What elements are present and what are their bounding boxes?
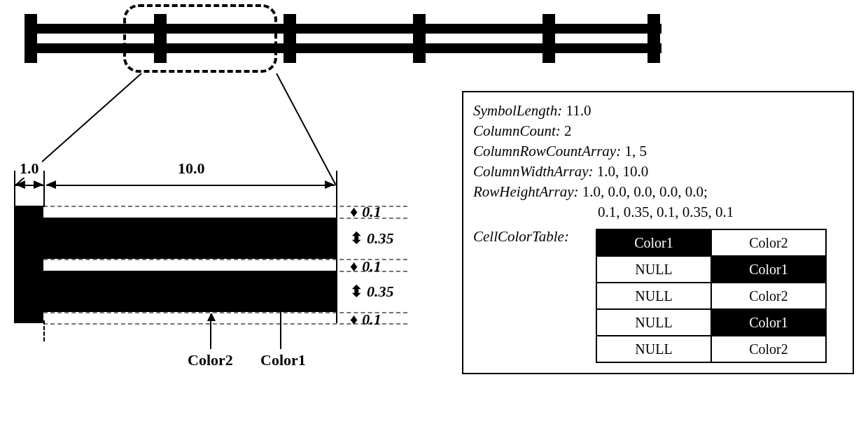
tie (284, 14, 296, 63)
param-columnrowcountarray: ColumnRowCountArray: 1, 5 (473, 143, 843, 160)
legend-color1-label: Color1 (260, 351, 306, 369)
cell-color-table-cell: NULL (596, 256, 711, 283)
cell-color-table-cell: NULL (596, 336, 711, 362)
callout-box (123, 4, 277, 73)
legend-arrow-color2 (210, 314, 211, 349)
param-rowheightarray-cont: 0.1, 0.35, 0.1, 0.35, 0.1 (473, 204, 843, 221)
cell-color-table-cell: NULL (596, 309, 711, 336)
dim-col2-label: 10.0 (175, 159, 208, 178)
param-rowheightarray: RowHeightArray: 1.0, 0.0, 0.0, 0.0, 0.0; (473, 183, 843, 201)
tie (24, 14, 37, 63)
param-columncount: ColumnCount: 2 (473, 122, 843, 140)
cell-color-table-cell: Color1 (596, 229, 711, 256)
col-boundary-guide (43, 320, 45, 341)
row-height-label: ♦0.1 (350, 311, 382, 329)
cell-color-table-cell: NULL (596, 283, 711, 309)
cell-color-table: Color1Color2NULLColor1NULLColor2NULLColo… (596, 229, 827, 363)
cell-color-table-cell: Color2 (711, 336, 826, 362)
track-symbol-repeated (18, 14, 668, 63)
cell-color-table-cell: Color1 (711, 256, 826, 283)
detail-row-color1 (43, 218, 336, 259)
cell-color-table-cell: Color1 (711, 309, 826, 336)
tie (542, 14, 555, 63)
rail-top (24, 24, 662, 34)
row-height-label: ⬍0.35 (350, 229, 394, 248)
detail-row-color1 (43, 271, 336, 312)
dimension-top: 1.0 10.0 (14, 175, 427, 203)
detail-stack: ♦0.1 ⬍0.35 ♦0.1 ⬍0.35 ♦0.1 (14, 206, 336, 323)
cell-color-table-cell: Color2 (711, 283, 826, 309)
param-columnwidtharray: ColumnWidthArray: 1.0, 10.0 (473, 163, 843, 180)
rail-bottom (24, 43, 662, 53)
legend-color2-label: Color2 (188, 351, 233, 369)
tie (413, 14, 426, 63)
row-height-label: ♦0.1 (350, 257, 382, 276)
parameter-box: SymbolLength: 11.0 ColumnCount: 2 Column… (462, 91, 854, 374)
param-symbollength: SymbolLength: 11.0 (473, 102, 843, 120)
legend-arrow-color1 (280, 297, 281, 349)
row-height-label: ♦0.1 (350, 203, 382, 221)
row-height-label: ⬍0.35 (350, 283, 394, 301)
detail-view: 1.0 10.0 ♦0.1 ⬍0.35 ♦0.1 ⬍0.35 ♦0.1 Colo… (14, 175, 427, 323)
param-cellcolortable-label: CellColorTable: (473, 228, 569, 246)
cell-color-table-cell: Color2 (711, 229, 826, 256)
leader-lines (0, 70, 448, 189)
tie (648, 14, 660, 63)
svg-line-1 (276, 73, 336, 185)
detail-col1-block (14, 206, 43, 323)
dim-col1-label: 1.0 (17, 159, 42, 178)
